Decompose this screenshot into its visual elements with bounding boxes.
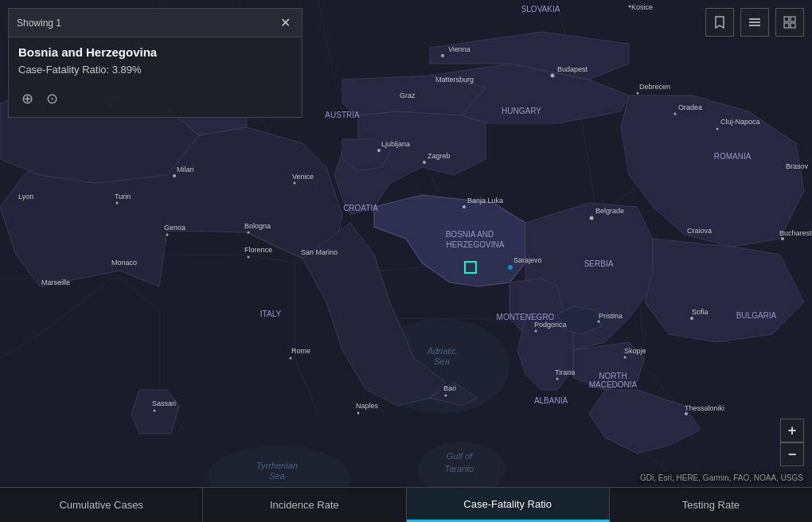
svg-text:Cluj-Napoca: Cluj-Napoca xyxy=(720,118,760,126)
svg-text:Bucharest: Bucharest xyxy=(779,229,812,237)
svg-text:Lyon: Lyon xyxy=(18,193,33,201)
svg-text:Brasov: Brasov xyxy=(786,162,809,170)
svg-text:Craiova: Craiova xyxy=(687,227,712,235)
svg-text:Venice: Venice xyxy=(292,173,314,181)
svg-point-7 xyxy=(508,265,513,270)
svg-text:Sofia: Sofia xyxy=(692,308,709,316)
svg-point-8 xyxy=(463,205,466,208)
svg-text:Sea: Sea xyxy=(269,471,285,481)
svg-text:ROMANIA: ROMANIA xyxy=(714,152,751,161)
svg-text:Bari: Bari xyxy=(443,384,456,392)
svg-rect-94 xyxy=(791,17,795,21)
svg-point-5 xyxy=(551,74,555,78)
svg-point-9 xyxy=(377,149,381,152)
zoom-in-button[interactable]: + xyxy=(780,419,804,442)
tab-bar: Cumulative Cases Incidence Rate Case-Fat… xyxy=(0,487,812,522)
grid-view-button[interactable] xyxy=(775,8,804,37)
svg-text:Thessaloniki: Thessaloniki xyxy=(685,404,724,412)
svg-text:Graz: Graz xyxy=(400,92,416,99)
svg-text:Turin: Turin xyxy=(115,193,131,201)
list-view-button[interactable] xyxy=(740,8,769,37)
svg-point-21 xyxy=(685,412,688,415)
svg-point-18 xyxy=(357,412,360,415)
svg-text:Banja Luka: Banja Luka xyxy=(467,197,503,205)
svg-text:CROATIA: CROATIA xyxy=(343,204,378,212)
svg-text:Kosice: Kosice xyxy=(631,3,653,11)
popup-header: Showing 1 ✕ xyxy=(9,9,302,37)
svg-text:Mattersburg: Mattersburg xyxy=(435,76,474,84)
svg-point-19 xyxy=(445,395,447,397)
svg-text:AUSTRIA: AUSTRIA xyxy=(325,111,360,119)
svg-text:San Marino: San Marino xyxy=(301,248,338,256)
svg-point-25 xyxy=(624,356,627,359)
svg-point-10 xyxy=(423,161,426,164)
popup-close-button[interactable]: ✕ xyxy=(277,14,294,32)
tab-testing-rate[interactable]: Testing Rate xyxy=(610,488,812,522)
svg-text:Rome: Rome xyxy=(291,347,310,355)
zoom-controls: + − xyxy=(780,419,804,466)
svg-point-30 xyxy=(674,113,677,115)
popup-showing-label: Showing 1 xyxy=(17,18,61,29)
svg-text:SERBIA: SERBIA xyxy=(584,259,614,268)
svg-point-4 xyxy=(441,54,444,57)
map-container: AUSTRIA HUNGARY ROMANIA CROATIA BOSNIA A… xyxy=(0,0,812,522)
bookmark-button[interactable] xyxy=(705,8,734,37)
svg-point-6 xyxy=(590,216,594,220)
svg-point-16 xyxy=(248,256,250,259)
svg-text:Podgorica: Podgorica xyxy=(534,321,567,329)
svg-text:Budapest: Budapest xyxy=(557,65,588,73)
svg-text:Sea: Sea xyxy=(434,356,450,366)
svg-point-12 xyxy=(173,174,176,177)
svg-text:Vienna: Vienna xyxy=(448,45,470,53)
svg-text:Belgrade: Belgrade xyxy=(595,207,624,215)
svg-point-22 xyxy=(781,237,784,240)
popup-zoom-in-button[interactable]: ⊕ xyxy=(18,88,37,109)
svg-text:Debrecen: Debrecen xyxy=(639,83,670,91)
svg-text:HERZEGOVINA: HERZEGOVINA xyxy=(447,240,505,249)
svg-point-31 xyxy=(716,128,719,130)
svg-text:Florence: Florence xyxy=(244,246,272,254)
svg-text:Oradea: Oradea xyxy=(678,103,702,111)
svg-text:ITALY: ITALY xyxy=(260,310,282,318)
svg-rect-93 xyxy=(784,17,789,21)
svg-text:Tirana: Tirana xyxy=(555,368,575,376)
svg-text:Marseille: Marseille xyxy=(41,279,70,286)
svg-point-23 xyxy=(535,330,537,333)
svg-text:Zagreb: Zagreb xyxy=(427,152,451,160)
svg-text:Milan: Milan xyxy=(177,166,194,173)
svg-rect-90 xyxy=(749,18,760,20)
svg-point-17 xyxy=(290,357,292,360)
svg-text:SLOVAKIA: SLOVAKIA xyxy=(521,5,560,14)
popup-country-name: Bosnia and Herzegovina xyxy=(9,37,302,62)
zoom-out-button[interactable]: − xyxy=(780,442,804,466)
svg-text:Tyrrhenian: Tyrrhenian xyxy=(256,461,298,470)
svg-text:Naples: Naples xyxy=(356,402,379,410)
popup-zoom-to-button[interactable]: ⊙ xyxy=(43,88,61,109)
svg-text:BOSNIA AND: BOSNIA AND xyxy=(446,230,494,239)
tab-incidence-rate[interactable]: Incidence Rate xyxy=(203,488,406,522)
svg-text:Taranto: Taranto xyxy=(445,464,474,473)
map-attribution: GDi, Esri, HERE, Garmin, FAO, NOAA, USGS xyxy=(636,472,807,484)
svg-text:NORTH: NORTH xyxy=(599,372,627,380)
svg-point-24 xyxy=(598,321,600,323)
svg-rect-95 xyxy=(784,23,789,28)
svg-text:Sarajevo: Sarajevo xyxy=(513,256,542,264)
svg-point-13 xyxy=(116,202,119,205)
svg-text:ALBANIA: ALBANIA xyxy=(534,396,568,405)
svg-text:Skopje: Skopje xyxy=(624,347,646,355)
svg-point-27 xyxy=(154,410,156,412)
svg-point-14 xyxy=(166,234,169,236)
svg-point-20 xyxy=(690,317,693,320)
svg-text:Gulf of: Gulf of xyxy=(447,451,473,461)
svg-text:MACEDONIA: MACEDONIA xyxy=(589,380,638,389)
popup: Showing 1 ✕ Bosnia and Herzegovina Case-… xyxy=(8,8,303,118)
svg-rect-92 xyxy=(749,25,760,26)
svg-text:Genoa: Genoa xyxy=(164,224,185,232)
svg-text:HUNGARY: HUNGARY xyxy=(502,107,541,115)
svg-text:Monaco: Monaco xyxy=(111,259,137,267)
svg-text:Pristina: Pristina xyxy=(599,312,623,320)
tab-cumulative-cases[interactable]: Cumulative Cases xyxy=(0,488,203,522)
svg-point-11 xyxy=(294,182,296,185)
tab-case-fatality-ratio[interactable]: Case-Fatality Ratio xyxy=(407,488,610,522)
svg-rect-96 xyxy=(791,23,795,28)
